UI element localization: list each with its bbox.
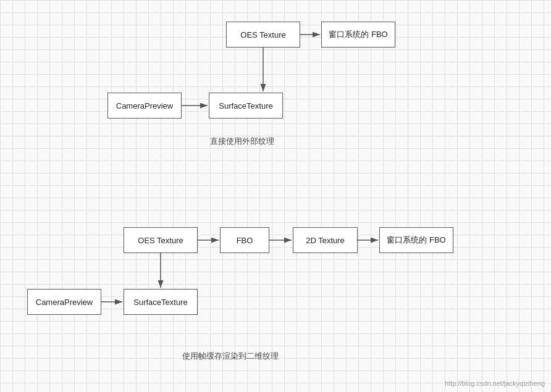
surface-texture-box-1: SurfaceTexture (209, 93, 283, 119)
diagram1-label: 直接使用外部纹理 (210, 136, 274, 147)
fbo-box-2b: 窗口系统的 FBO (379, 227, 453, 253)
fbo-box-1: 窗口系统的 FBO (321, 22, 395, 48)
camera-preview-box-2: CameraPreview (27, 289, 101, 315)
watermark: http://blog.csdn.net/jackyqiziheng (445, 380, 545, 387)
fbo-box-2: FBO (220, 227, 269, 253)
arrows-svg (0, 0, 551, 392)
diagram2-label: 使用帧缓存渲染到二维纹理 (182, 351, 279, 362)
surface-texture-box-2: SurfaceTexture (124, 289, 198, 315)
oes-texture-box-1: OES Texture (226, 22, 300, 48)
camera-preview-box-1: CameraPreview (107, 93, 182, 119)
diagram-container: OES Texture 窗口系统的 FBO CameraPreview Surf… (0, 0, 551, 392)
texture-2d-box: 2D Texture (293, 227, 358, 253)
oes-texture-box-2: OES Texture (124, 227, 198, 253)
